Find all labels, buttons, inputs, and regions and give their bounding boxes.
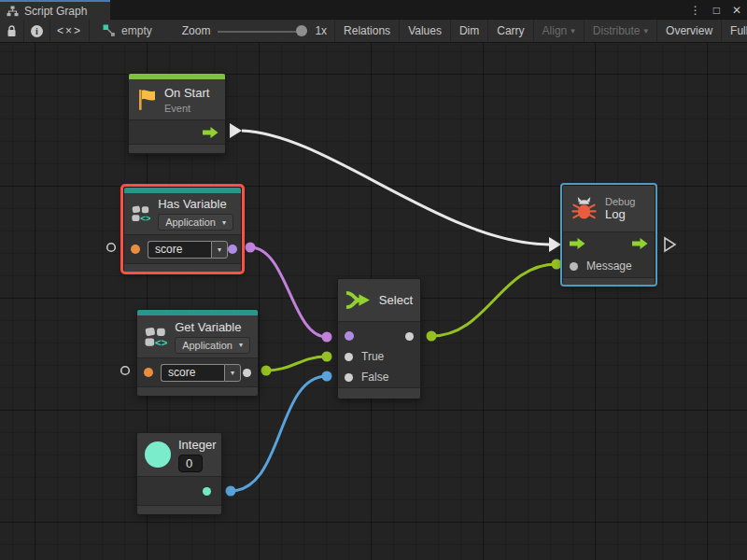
chevron-down-icon: ▾: [222, 218, 226, 227]
chevron-down-icon: ▾: [239, 341, 243, 349]
node-title: Has Variable: [158, 197, 233, 211]
unity-visual-scripting-window: On Start Event <> Has Variabl: [0, 0, 747, 560]
false-input-port[interactable]: [345, 373, 353, 382]
true-input-port[interactable]: [345, 353, 353, 361]
variable-name-dropdown-button[interactable]: ▾: [211, 241, 228, 259]
node-footer: [338, 387, 420, 399]
node-title: Integer: [178, 438, 216, 452]
info-icon: i: [31, 25, 43, 37]
node-has-variable[interactable]: <> Has Variable Application ▾ score ▾: [123, 187, 242, 272]
variable-scope-dropdown[interactable]: Application ▾: [175, 337, 250, 354]
condition-input-port[interactable]: [345, 331, 354, 341]
integer-type-icon: [145, 441, 171, 468]
relations-button[interactable]: Relations: [334, 20, 399, 42]
dim-button[interactable]: Dim: [450, 20, 487, 42]
node-title: On Start: [164, 86, 209, 100]
integer-value-input[interactable]: 0: [178, 455, 203, 472]
zoom-slider[interactable]: [218, 25, 307, 37]
chevron-down-icon: ▾: [231, 369, 234, 377]
chevron-down-icon: ▾: [644, 26, 649, 35]
info-button[interactable]: i: [24, 20, 50, 42]
lock-icon: [7, 25, 17, 37]
flow-input-port[interactable]: [570, 238, 585, 249]
connection-icon: [103, 24, 116, 37]
maximize-button[interactable]: □: [713, 4, 720, 17]
window-menu-button[interactable]: ⋮: [690, 4, 701, 17]
graph-inspector-button[interactable]: <×>: [50, 20, 90, 42]
values-button[interactable]: Values: [399, 20, 450, 42]
window-tab-bar: Script Graph ⋮ □ ✕: [0, 0, 747, 20]
lock-button[interactable]: [0, 20, 24, 42]
svg-text:<>: <>: [155, 336, 167, 347]
node-footer: [137, 505, 221, 514]
tab-script-graph[interactable]: Script Graph: [0, 0, 110, 20]
carry-button[interactable]: Carry: [487, 20, 532, 42]
distribute-dropdown-button[interactable]: Distribute▾: [584, 20, 656, 42]
variables-icon: <>: [132, 203, 150, 225]
node-title: Select: [379, 293, 413, 307]
zoom-label: Zoom: [182, 24, 211, 37]
flow-output-port[interactable]: [632, 238, 648, 249]
node-integer[interactable]: Integer 0: [136, 432, 222, 513]
bool-output-port[interactable]: [228, 245, 237, 254]
zoom-slider-track: [218, 31, 307, 33]
name-input-port[interactable]: [144, 368, 153, 377]
node-footer: [129, 144, 225, 153]
align-dropdown-button[interactable]: Align▾: [533, 20, 584, 42]
selection-status-text: empty: [121, 24, 152, 37]
select-icon: [345, 288, 372, 312]
svg-text:<>: <>: [140, 213, 150, 223]
zoom-slider-handle[interactable]: [296, 25, 307, 36]
false-port-label: False: [361, 371, 388, 384]
node-debug-log[interactable]: Debug Log Message: [562, 185, 655, 285]
variable-name-input[interactable]: score: [148, 241, 211, 259]
scope-value: Application: [182, 340, 233, 351]
variables-icon: <>: [145, 326, 167, 348]
variable-name-dropdown-button[interactable]: ▾: [224, 364, 241, 382]
graph-icon: [7, 6, 19, 17]
node-footer: [563, 277, 655, 285]
integer-output-port[interactable]: [203, 487, 211, 496]
code-icon: <×>: [57, 24, 82, 37]
node-on-start[interactable]: On Start Event: [128, 73, 226, 154]
zoom-value: 1x: [315, 24, 327, 37]
message-input-port[interactable]: [570, 262, 578, 271]
name-input-port[interactable]: [131, 245, 140, 254]
variable-name-input[interactable]: score: [161, 364, 224, 382]
flag-icon: [136, 88, 157, 112]
chevron-down-icon: ▾: [571, 26, 575, 35]
close-button[interactable]: ✕: [732, 4, 741, 17]
tab-title: Script Graph: [24, 5, 87, 18]
selection-output-port[interactable]: [405, 332, 414, 341]
selection-status: empty: [90, 20, 162, 42]
value-output-port[interactable]: [243, 369, 251, 377]
flow-output-port[interactable]: [203, 127, 218, 138]
bug-icon: [571, 195, 598, 222]
node-get-variable[interactable]: <> Get Variable Application ▾ score ▾: [136, 309, 259, 396]
node-category: Debug: [605, 196, 635, 207]
node-title: Get Variable: [175, 320, 250, 334]
node-title: Log: [605, 207, 635, 221]
node-footer: [124, 263, 241, 273]
overview-button[interactable]: Overview: [656, 20, 721, 42]
variable-scope-dropdown[interactable]: Application ▾: [158, 214, 233, 231]
scope-value: Application: [165, 217, 216, 228]
node-footer: [137, 386, 258, 396]
message-port-label: Message: [586, 259, 632, 273]
fullscreen-button[interactable]: Full Screen: [721, 20, 747, 42]
graph-toolbar: i <×> empty Zoom 1x Relations Values Dim: [0, 20, 747, 43]
node-select[interactable]: Select True False: [337, 278, 421, 399]
node-subtitle: Event: [164, 103, 209, 114]
chevron-down-icon: ▾: [218, 245, 221, 254]
true-port-label: True: [361, 350, 384, 363]
